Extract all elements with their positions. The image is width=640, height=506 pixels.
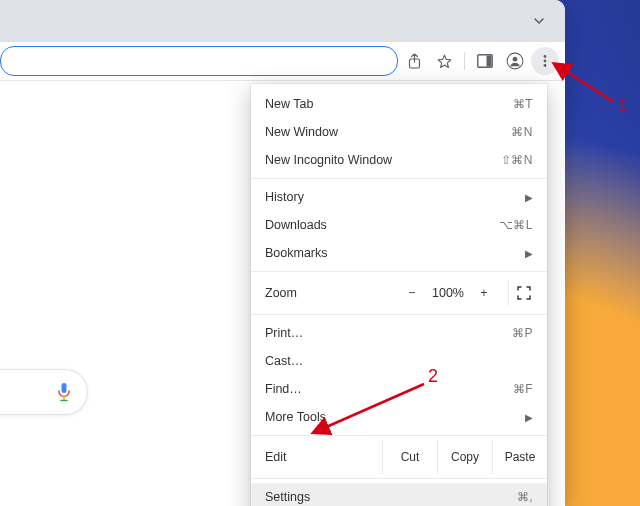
more-vert-icon: [538, 54, 552, 68]
toolbar-separator: [464, 52, 465, 70]
menu-label: Zoom: [265, 286, 398, 300]
edit-cut-button[interactable]: Cut: [382, 440, 437, 474]
svg-point-6: [544, 60, 547, 63]
menu-divider: [251, 271, 547, 272]
menu-item-bookmarks[interactable]: Bookmarks ▶: [251, 239, 547, 267]
browser-toolbar: [0, 42, 565, 81]
edit-paste-button[interactable]: Paste: [492, 440, 547, 474]
menu-label: Print…: [265, 326, 512, 340]
menu-item-history[interactable]: History ▶: [251, 183, 547, 211]
menu-divider: [251, 435, 547, 436]
menu-item-find[interactable]: Find… ⌘F: [251, 375, 547, 403]
address-bar[interactable]: [0, 46, 398, 76]
fullscreen-button[interactable]: [508, 280, 539, 306]
fullscreen-icon: [517, 286, 531, 300]
microphone-icon[interactable]: [57, 382, 71, 402]
zoom-in-button[interactable]: +: [470, 280, 498, 306]
menu-shortcut: ⌘N: [511, 125, 533, 139]
svg-point-7: [544, 64, 547, 67]
profile-button[interactable]: [501, 47, 529, 75]
menu-label: New Incognito Window: [265, 153, 501, 167]
svg-rect-8: [62, 383, 67, 393]
menu-label: Cast…: [265, 354, 533, 368]
menu-label: New Window: [265, 125, 511, 139]
menu-item-print[interactable]: Print… ⌘P: [251, 319, 547, 347]
menu-divider: [251, 314, 547, 315]
tab-strip: [0, 0, 565, 42]
menu-item-zoom: Zoom − 100% +: [251, 276, 547, 310]
menu-item-new-window[interactable]: New Window ⌘N: [251, 118, 547, 146]
side-panel-button[interactable]: [471, 47, 499, 75]
share-icon: [407, 53, 422, 70]
side-panel-icon: [477, 54, 493, 68]
zoom-value: 100%: [426, 286, 470, 300]
submenu-arrow-icon: ▶: [525, 412, 533, 423]
zoom-out-button[interactable]: −: [398, 280, 426, 306]
menu-item-new-incognito[interactable]: New Incognito Window ⇧⌘N: [251, 146, 547, 174]
menu-shortcut: ⌘F: [513, 382, 533, 396]
menu-label: New Tab: [265, 97, 513, 111]
menu-divider: [251, 178, 547, 179]
profile-icon: [506, 52, 524, 70]
star-icon: [436, 53, 453, 70]
menu-divider: [251, 478, 547, 479]
chevron-down-icon: [533, 15, 545, 27]
bookmark-button[interactable]: [430, 47, 458, 75]
submenu-arrow-icon: ▶: [525, 192, 533, 203]
svg-point-5: [544, 55, 547, 58]
menu-item-downloads[interactable]: Downloads ⌥⌘L: [251, 211, 547, 239]
menu-shortcut: ⌥⌘L: [499, 218, 533, 232]
menu-label: History: [265, 190, 525, 204]
menu-shortcut: ⇧⌘N: [501, 153, 533, 167]
search-box-fragment[interactable]: [0, 369, 88, 415]
edit-copy-button[interactable]: Copy: [437, 440, 492, 474]
menu-label: Bookmarks: [265, 246, 525, 260]
svg-rect-2: [487, 56, 492, 67]
menu-item-settings[interactable]: Settings ⌘,: [251, 483, 547, 506]
menu-shortcut: ⌘,: [517, 490, 533, 504]
menu-label: Find…: [265, 382, 513, 396]
menu-shortcut: ⌘T: [513, 97, 533, 111]
menu-label: Downloads: [265, 218, 499, 232]
menu-label: Edit: [251, 440, 382, 474]
svg-point-4: [513, 57, 518, 62]
menu-item-edit: Edit Cut Copy Paste: [251, 440, 547, 474]
window-dropdown-button[interactable]: [525, 10, 553, 32]
menu-label: More Tools: [265, 410, 525, 424]
menu-shortcut: ⌘P: [512, 326, 533, 340]
menu-label: Settings: [265, 490, 517, 504]
share-button[interactable]: [400, 47, 428, 75]
menu-item-new-tab[interactable]: New Tab ⌘T: [251, 90, 547, 118]
chrome-main-menu: New Tab ⌘T New Window ⌘N New Incognito W…: [251, 84, 547, 506]
submenu-arrow-icon: ▶: [525, 248, 533, 259]
menu-item-more-tools[interactable]: More Tools ▶: [251, 403, 547, 431]
menu-item-cast[interactable]: Cast…: [251, 347, 547, 375]
more-menu-button[interactable]: [531, 47, 559, 75]
